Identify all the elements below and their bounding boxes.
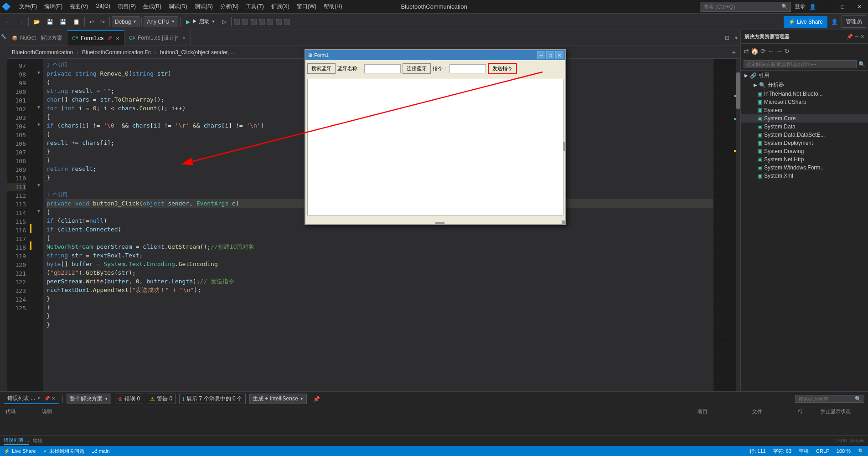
tree-item-microsoft-csharp[interactable]: ▣ Microsoft.CSharp [741,98,868,106]
window-minimize-button[interactable]: ─ [820,2,833,12]
live-share-button[interactable]: ⚡ Live Share [784,16,827,28]
tree-item-system-dataset[interactable]: ▣ System.Data.DataSetE... [741,131,868,139]
status-zoom-icon[interactable]: 🔍 [858,448,864,454]
tree-item-inthehand[interactable]: ▣ InTheHand.Net.Blueto... [741,90,868,98]
breadcrumb-1[interactable]: BluetoothCommunication [9,48,76,56]
sol-tool-forward[interactable]: → [776,47,782,55]
redo-button[interactable]: ↪ [98,17,108,26]
tab-form1design-close[interactable]: ✕ [182,36,186,41]
form1-maximize-button[interactable]: □ [546,51,554,59]
error-scope-dropdown[interactable]: 整个解决方案 ▼ [67,394,111,404]
breadcrumb-add[interactable]: + [729,48,739,57]
menu-build[interactable]: 生成(B) [140,1,165,12]
search-box[interactable]: 🔍 [700,2,791,12]
tab-form1cs[interactable]: C# Form1.cs 📌 ✕ [67,30,124,46]
menu-edit[interactable]: 编辑(E) [41,1,66,12]
tree-item-system-xml[interactable]: ▣ System.Xml [741,172,868,180]
send-command-button[interactable]: 发送指令 [488,63,517,74]
window-restore-button[interactable]: □ [837,2,849,12]
search-input[interactable] [703,4,781,10]
status-live-share[interactable]: ⚡ Live Share [4,448,36,454]
error-panel-pin[interactable]: 📌 [44,396,50,401]
sol-close-button[interactable]: ✕ [860,34,864,40]
tab-form1design[interactable]: C# Form1.cs [设计]* ✕ [124,30,190,46]
toolbar-icon-4[interactable]: 📋 [70,17,83,26]
menu-project[interactable]: 项目(P) [114,1,140,12]
status-git[interactable]: ⎇ main [92,448,110,454]
menu-window[interactable]: 窗口(W) [293,1,320,12]
error-pin-btn[interactable]: 📌 [310,395,323,403]
sol-pin-button[interactable]: 📌 [847,34,853,40]
menu-test[interactable]: 测试(S) [191,1,217,12]
tree-item-system-winforms[interactable]: ▣ System.Windows.Form... [741,164,868,172]
window-close-button[interactable]: ✕ [852,2,866,12]
error-search-box[interactable]: 🔍 [795,395,864,403]
status-char[interactable]: 字符: 63 [773,448,791,455]
sol-collapse-button[interactable]: ─ [855,34,858,40]
error-list-bottom-tab[interactable]: 错误列表 ... [4,437,29,445]
tree-item-system-drawing[interactable]: ▣ System.Drawing [741,147,868,155]
error-count-btn[interactable]: ⊗ 错误 0 [115,394,143,404]
nav-forward-button[interactable]: → [15,17,26,27]
tree-item-system-deployment[interactable]: ▣ System.Deployment [741,139,868,147]
toolbar-run-icon[interactable]: ▷ [220,17,229,26]
login-button[interactable]: 登录 [795,3,806,10]
sol-tool-back[interactable]: ← [768,47,774,55]
sol-tool-home[interactable]: 🏠 [751,47,759,55]
bluetooth-connect-button[interactable]: 连接蓝牙 [403,63,431,74]
status-no-problems[interactable]: ✓ 未找到相关问题 [43,448,84,455]
admin-button[interactable]: 管理员 [842,15,866,28]
error-search-input[interactable] [798,396,853,402]
menu-tools[interactable]: 工具(T) [242,1,267,12]
tree-item-system-nethttp[interactable]: ▣ System.Net.Http [741,155,868,164]
menu-debug[interactable]: 调试(D) [165,1,191,12]
status-encoding[interactable]: CRLF [816,448,829,454]
tree-item-system-data[interactable]: ▣ System.Data [741,123,868,131]
form1-close-button[interactable]: ✕ [555,51,563,59]
menu-extensions[interactable]: 扩展(X) [268,1,293,12]
menu-help[interactable]: 帮助(H) [320,1,346,12]
breadcrumb-3[interactable]: button3_Click(object sender, ... [157,48,238,56]
output-bottom-tab[interactable]: 输出 [33,437,43,444]
sol-search-input[interactable] [744,60,857,68]
tree-item-system-core[interactable]: ▣ System.Core [741,114,868,123]
left-gutter-icon-1[interactable]: 🔧 [1,34,6,39]
bluetooth-search-button[interactable]: 搜索蓝牙 [307,63,336,74]
tree-item-system[interactable]: ▣ System [741,106,868,114]
menu-view[interactable]: 视图(V) [66,1,92,12]
tab-form1cs-pin[interactable]: 📌 [107,36,112,41]
toolbar-icon-2[interactable]: 💾 [44,17,56,26]
tab-dropdown[interactable]: ▾ [732,30,740,46]
warning-count-btn[interactable]: ⚠ 警告 0 [147,394,176,404]
menu-analysis[interactable]: 分析(N) [217,1,243,12]
status-spaces[interactable]: 空格 [799,448,809,455]
nav-back-button[interactable]: ← [2,17,14,27]
sol-tool-reload[interactable]: ↻ [784,47,790,55]
bluetooth-name-input[interactable] [364,64,401,73]
command-input[interactable] [450,64,486,73]
tab-form1cs-close[interactable]: ✕ [116,36,119,41]
menu-git[interactable]: Git(G) [92,1,114,12]
error-panel-close[interactable]: ✕ [52,396,55,401]
toolbar-icon-1[interactable]: 📂 [31,17,43,26]
sol-tool-refresh[interactable]: ⟳ [760,47,766,55]
form1-minimize-button[interactable]: ─ [537,51,545,59]
error-list-tab[interactable]: 错误列表 ... ▼ 📌 ✕ [4,394,59,404]
breadcrumb-2[interactable]: BluetoothCommunication.Fc [79,48,154,56]
sol-tool-sync[interactable]: ⇄ [744,47,749,55]
sol-search-icon[interactable]: 🔍 [858,61,865,67]
tab-nuget[interactable]: 📦 NuGet - 解决方案 [7,30,67,46]
menu-file[interactable]: 文件(F) [16,1,41,12]
build-dropdown[interactable]: 生成 + IntelliSense ▼ [249,394,307,404]
error-panel-arrow[interactable]: ▼ [37,396,41,400]
start-button[interactable]: ▶ ▶ 启动 ▼ [182,16,219,27]
tree-item-analyzers[interactable]: ▶ 🔍 分析器 [741,80,868,90]
tree-item-references[interactable]: ▶ 🔗 引用 [741,71,868,80]
cpu-dropdown[interactable]: Any CPU ▼ [144,16,178,27]
messages-count-btn[interactable]: ℹ 展示 7 个消息中的 0 个 [179,394,246,404]
user-profile-icon[interactable]: 👤 [831,19,838,25]
status-line[interactable]: 行: 111 [749,448,765,455]
undo-button[interactable]: ↩ [87,17,97,26]
status-zoom[interactable]: 100 % [837,448,851,454]
debug-dropdown[interactable]: Debug ▼ [112,16,140,27]
